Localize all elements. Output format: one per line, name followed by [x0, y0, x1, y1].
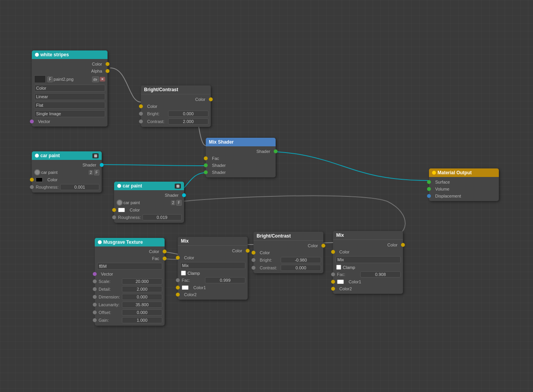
socket-bright-in[interactable] [139, 112, 143, 116]
extension-select[interactable]: Flat [34, 102, 105, 109]
field-color-space: Color [32, 84, 108, 92]
socket-color-out[interactable] [401, 243, 405, 247]
socket-fac-in[interactable] [176, 278, 180, 282]
socket-label-shader: Shader [253, 149, 273, 154]
file-btn-f[interactable]: F [47, 76, 53, 82]
socket-color-out[interactable] [209, 97, 213, 101]
musgrave-type-select[interactable]: fBM [97, 263, 162, 270]
fac-value[interactable]: 0.999 [205, 277, 245, 283]
field-contrast: Contrast: 0.000 [253, 264, 323, 272]
socket-color-in[interactable] [252, 251, 255, 255]
lac-value[interactable]: 35.800 [122, 302, 162, 308]
socket-fac-in[interactable] [204, 156, 208, 160]
socket-shader1-in[interactable] [204, 163, 208, 167]
socket-color1-in[interactable] [176, 286, 180, 290]
roughness-value[interactable]: 0.001 [60, 184, 99, 190]
material-btn[interactable]: F [94, 170, 99, 175]
node-title: car paint [123, 183, 142, 189]
socket-color-in[interactable] [112, 208, 116, 212]
color-swatch[interactable] [36, 177, 43, 182]
socket-shader-out[interactable] [274, 149, 278, 153]
socket-label-shader2: Shader [208, 170, 229, 175]
clamp-label: Clamp [343, 265, 355, 270]
node-title: Mix [336, 232, 344, 238]
interpolation-select[interactable]: Linear [34, 93, 105, 100]
socket-bright-in[interactable] [252, 258, 255, 262]
color-swatch[interactable] [118, 208, 125, 212]
socket-label-fac: Fac [149, 256, 162, 261]
mix-type-select[interactable]: Mix [180, 262, 245, 269]
contrast-value[interactable]: 0.000 [281, 265, 321, 271]
socket-gain-in[interactable] [93, 318, 97, 322]
socket-roughness-in[interactable] [30, 185, 34, 189]
mix-type-select[interactable]: Mix [335, 256, 401, 263]
socket-scale-in[interactable] [93, 279, 97, 283]
gain-value[interactable]: 1.000 [122, 317, 162, 323]
socket-color-in[interactable] [176, 256, 180, 260]
clamp-checkbox[interactable] [336, 265, 341, 270]
offset-value[interactable]: 0.000 [122, 309, 162, 316]
socket-row-shader-out: Shader [32, 161, 102, 168]
socket-contrast-in[interactable] [252, 266, 255, 270]
node-car-paint-2-header: car paint ⊞ [114, 182, 184, 190]
socket-vector-in[interactable] [30, 120, 34, 123]
fac-value[interactable]: 0.908 [360, 271, 401, 278]
socket-shader-out[interactable] [100, 163, 104, 167]
socket-color-in[interactable] [139, 104, 143, 108]
socket-color-out[interactable] [246, 249, 250, 253]
field-gain: Gain: 1.000 [95, 316, 165, 324]
socket-row-color2: Color2 [333, 285, 403, 292]
socket-alpha-out[interactable] [106, 69, 109, 73]
material-btn[interactable]: F [176, 200, 182, 206]
dim-value[interactable]: 0.000 [122, 294, 162, 300]
bright-value[interactable]: 0.000 [168, 111, 208, 117]
field-bright: Bright: -0.980 [253, 256, 323, 264]
socket-roughness-in[interactable] [112, 215, 116, 219]
material-icon [34, 169, 40, 175]
socket-color-in[interactable] [30, 178, 34, 182]
socket-color1-in[interactable] [331, 280, 335, 284]
close-btn[interactable]: ✕ [100, 77, 105, 82]
socket-fac-in[interactable] [331, 272, 335, 276]
color-space-select[interactable]: Color [34, 85, 105, 92]
socket-detail-in[interactable] [93, 287, 97, 291]
socket-lac-in[interactable] [93, 303, 97, 307]
socket-vector-in[interactable] [93, 272, 97, 276]
lac-label: Lacunarity: [97, 302, 120, 307]
scale-value[interactable]: 20.000 [122, 278, 162, 284]
socket-color-out[interactable] [163, 250, 167, 253]
socket-surface-in[interactable] [427, 180, 431, 184]
color1-swatch[interactable] [182, 285, 189, 290]
socket-label-color: Color [192, 97, 208, 102]
socket-color-out[interactable] [321, 244, 325, 248]
socket-color-in[interactable] [331, 250, 335, 254]
socket-color-out[interactable] [106, 62, 109, 66]
socket-color2-in[interactable] [176, 293, 180, 297]
socket-label-color: Color [89, 62, 105, 66]
roughness-value[interactable]: 0.019 [142, 214, 182, 220]
browse-btn[interactable]: 🗁 [92, 76, 99, 82]
socket-row-color-out: Color [253, 242, 323, 249]
clamp-checkbox[interactable] [181, 271, 186, 276]
bright-label: Bright: [256, 258, 279, 262]
projection-select[interactable]: Single Image [34, 110, 105, 117]
offset-label: Offset: [97, 310, 120, 315]
contrast-value[interactable]: 2.000 [168, 118, 208, 125]
socket-shader2-in[interactable] [204, 170, 208, 174]
socket-color2-in[interactable] [331, 287, 335, 291]
node-bright-contrast-1-header: Bright/Contrast [141, 85, 211, 94]
socket-contrast-in[interactable] [139, 120, 143, 123]
socket-offset-in[interactable] [93, 310, 97, 314]
socket-shader-out[interactable] [182, 193, 186, 197]
roughness-label: Roughness: [116, 215, 141, 220]
socket-fac-out[interactable] [163, 257, 167, 260]
node-mix-shader-body: Shader Fac Shader Shader [206, 146, 276, 177]
node-material-output-header: Material Output [429, 168, 499, 177]
color1-swatch[interactable] [337, 279, 344, 284]
contrast-label: Contrast: [256, 265, 279, 270]
socket-displacement-in[interactable] [427, 194, 431, 198]
bright-value[interactable]: -0.980 [281, 257, 321, 263]
socket-dim-in[interactable] [93, 295, 97, 299]
socket-volume-in[interactable] [427, 187, 431, 191]
detail-value[interactable]: 2.000 [122, 286, 162, 292]
